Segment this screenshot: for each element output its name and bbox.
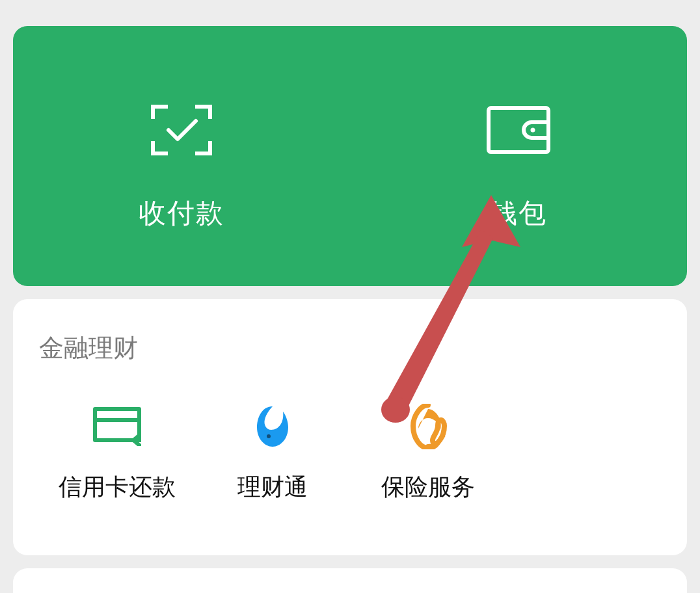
- insurance-icon: [407, 404, 450, 449]
- insurance-label: 保险服务: [381, 471, 475, 503]
- pay-receive-button[interactable]: 收付款: [13, 104, 350, 231]
- next-section-card: [13, 568, 687, 593]
- wallet-icon: [486, 104, 551, 156]
- svg-point-6: [424, 424, 427, 428]
- scan-check-icon: [150, 104, 213, 156]
- finance-section: 金融理财 信用卡还款: [13, 299, 687, 555]
- wallet-label: 钱包: [490, 195, 547, 231]
- licaitong-icon: [252, 404, 293, 449]
- finance-empty-slot: [505, 404, 661, 503]
- credit-card-repay-button[interactable]: 信用卡还款: [39, 404, 195, 503]
- svg-rect-2: [95, 409, 139, 440]
- licaitong-button[interactable]: 理财通: [195, 404, 350, 503]
- insurance-button[interactable]: 保险服务: [350, 404, 505, 503]
- credit-card-icon: [93, 404, 141, 449]
- licaitong-label: 理财通: [237, 471, 308, 503]
- credit-card-repay-label: 信用卡还款: [59, 471, 176, 503]
- wallet-button[interactable]: 钱包: [350, 104, 687, 231]
- svg-rect-0: [489, 108, 548, 152]
- svg-point-1: [531, 128, 535, 133]
- finance-section-title: 金融理财: [39, 332, 661, 365]
- svg-point-5: [267, 434, 271, 438]
- finance-services-row: 信用卡还款 理财通 保险服务: [39, 404, 661, 503]
- pay-receive-label: 收付款: [139, 195, 224, 231]
- payment-wallet-card: 收付款 钱包: [13, 26, 687, 286]
